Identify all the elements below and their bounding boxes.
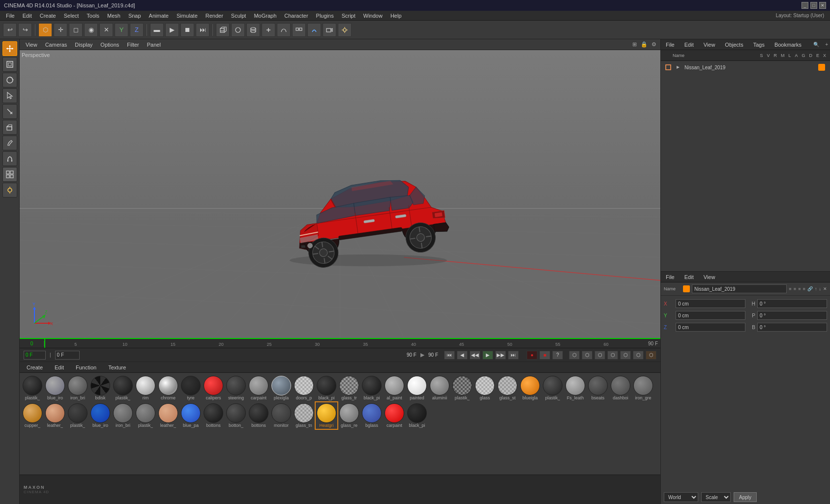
viewport-filter-menu[interactable]: Filter <box>123 41 143 49</box>
maximize-button[interactable]: □ <box>810 2 817 9</box>
material-heatgri[interactable]: Heatgri <box>316 402 337 429</box>
menu-render[interactable]: Render <box>202 12 227 20</box>
right-panel-add[interactable]: + <box>825 42 828 47</box>
mat-create-menu[interactable]: Create <box>24 364 46 371</box>
texture-mode-button[interactable]: ✛ <box>54 23 67 37</box>
sun-tool-button[interactable] <box>2 183 17 197</box>
material-plastik2[interactable]: plastik_ <box>112 375 134 401</box>
material-tyre[interactable]: tyre <box>180 375 202 401</box>
material-bseats[interactable]: bseats <box>587 375 609 401</box>
material-carpaint[interactable]: carpaint <box>248 375 269 401</box>
menu-create[interactable]: Create <box>36 12 60 20</box>
material-blue-iro[interactable]: blue_iro <box>44 375 66 401</box>
playhead[interactable] <box>44 339 45 348</box>
p-input[interactable] <box>757 311 827 320</box>
material-doors[interactable]: doors_p <box>293 375 315 401</box>
right-file-menu[interactable]: File <box>663 41 678 49</box>
rotate-tool-button[interactable] <box>2 73 17 87</box>
material-leather[interactable]: leather_ <box>44 402 66 429</box>
cube-button[interactable] <box>216 23 230 37</box>
material-glass-st[interactable]: glass_st <box>497 375 518 401</box>
attr-file-menu[interactable]: File <box>663 273 678 281</box>
menu-simulate[interactable]: Simulate <box>173 12 202 20</box>
x-input[interactable] <box>676 299 745 308</box>
b-input[interactable] <box>757 323 827 332</box>
viewport-panel-menu[interactable]: Panel <box>143 41 165 49</box>
next-frame-button[interactable]: ⏭ <box>196 23 209 37</box>
material-black-pi3[interactable]: black_pi <box>406 402 428 429</box>
menu-script[interactable]: Script <box>338 12 359 20</box>
material-blue-iro2[interactable]: blue_iro <box>89 402 111 429</box>
material-blue-pa[interactable]: blue_pa <box>180 402 202 429</box>
paint-tool-button[interactable] <box>2 136 17 150</box>
right-tags-menu[interactable]: Tags <box>750 41 768 49</box>
material-black-pi[interactable]: black_pi <box>316 375 337 401</box>
material-calipers[interactable]: calipers <box>203 375 224 401</box>
spline-button[interactable] <box>277 23 291 37</box>
scale-dropdown[interactable]: Scale <box>701 492 731 502</box>
go-to-end-button[interactable]: ⏭ <box>508 351 519 360</box>
right-panel-search[interactable]: 🔍 <box>813 42 819 47</box>
material-cupper[interactable]: cupper_ <box>22 402 43 429</box>
nurbs-button[interactable] <box>292 23 306 37</box>
mat-edit-menu[interactable]: Edit <box>52 364 67 371</box>
point-mode-button[interactable]: ◻ <box>69 23 83 37</box>
go-to-start-button[interactable]: ⏮ <box>444 351 455 360</box>
apply-button[interactable]: Apply <box>734 492 757 502</box>
menu-mograph[interactable]: MoGraph <box>250 12 280 20</box>
edge-mode-button[interactable]: ◉ <box>84 23 98 37</box>
material-iron-gre[interactable]: iron_gre <box>632 375 654 401</box>
material-leather2[interactable]: leather_ <box>157 402 179 429</box>
menu-plugins[interactable]: Plugins <box>312 12 338 20</box>
camera-button[interactable] <box>323 23 336 37</box>
material-iron-bri[interactable]: iron_bri <box>67 375 89 401</box>
play-button[interactable]: ▶ <box>165 23 179 37</box>
material-chrome[interactable]: chrome <box>157 375 179 401</box>
transport-7[interactable]: ⬡ <box>646 351 656 360</box>
menu-mesh[interactable]: Mesh <box>103 12 124 20</box>
play-forward-button[interactable]: ▶ <box>482 351 493 360</box>
redo-button[interactable]: ↪ <box>18 23 32 37</box>
deformer-button[interactable] <box>307 23 321 37</box>
attr-view-menu[interactable]: View <box>701 273 718 281</box>
menu-character[interactable]: Character <box>280 12 312 20</box>
model-mode-button[interactable]: ⬡ <box>38 23 52 37</box>
sphere-button[interactable] <box>231 23 245 37</box>
undo-button[interactable]: ↩ <box>3 23 17 37</box>
mat-texture-menu[interactable]: Texture <box>105 364 129 371</box>
material-black-pi2[interactable]: black_pi <box>361 375 383 401</box>
stop-anim-button[interactable]: ■ <box>539 351 550 360</box>
record-active-button[interactable]: ● <box>527 351 537 360</box>
menu-sculpt[interactable]: Sculpt <box>227 12 250 20</box>
current-frame-input[interactable] <box>24 351 46 360</box>
material-plastik-checker[interactable]: plastik_ <box>451 375 473 401</box>
mat-function-menu[interactable]: Function <box>73 364 99 371</box>
menu-tools[interactable]: Tools <box>83 12 103 20</box>
viewport-cameras-menu[interactable]: Cameras <box>41 41 71 49</box>
menu-edit[interactable]: Edit <box>19 12 36 20</box>
menu-help[interactable]: Help <box>386 12 406 20</box>
material-bottons[interactable]: bottons <box>203 402 224 429</box>
attr-edit-menu[interactable]: Edit <box>682 273 697 281</box>
material-fs-leath[interactable]: Fs_leath <box>564 375 586 401</box>
viewport-maximize-icon[interactable]: ⊞ <box>630 41 639 48</box>
material-carpaint-red[interactable]: carpaint <box>384 402 405 429</box>
frame-input-2[interactable] <box>55 351 80 360</box>
scene-item-nissan[interactable]: Nissan_Leaf_2019 <box>663 63 828 72</box>
z-button[interactable]: Z <box>130 23 144 37</box>
null-button[interactable] <box>262 23 275 37</box>
z-input[interactable] <box>676 323 745 332</box>
material-plastik3[interactable]: plastik_ <box>542 375 563 401</box>
play-reverse-button[interactable]: ◀◀ <box>470 351 480 360</box>
material-dashboi[interactable]: dashboi <box>610 375 631 401</box>
menu-select[interactable]: Select <box>60 12 83 20</box>
timeline-ruler[interactable]: 0 5 10 15 20 25 30 35 40 45 50 <box>20 338 660 348</box>
material-glass-re[interactable]: glass_re <box>338 402 360 429</box>
material-monitor[interactable]: monitor <box>270 402 292 429</box>
viewport-view-menu[interactable]: View <box>22 41 41 49</box>
prev-frame-button[interactable]: ◀ <box>457 351 468 360</box>
material-painted[interactable]: painted <box>406 375 428 401</box>
menu-animate[interactable]: Animate <box>145 12 173 20</box>
window-controls[interactable]: _ □ ✕ <box>801 2 826 9</box>
cylinder-button[interactable] <box>246 23 260 37</box>
